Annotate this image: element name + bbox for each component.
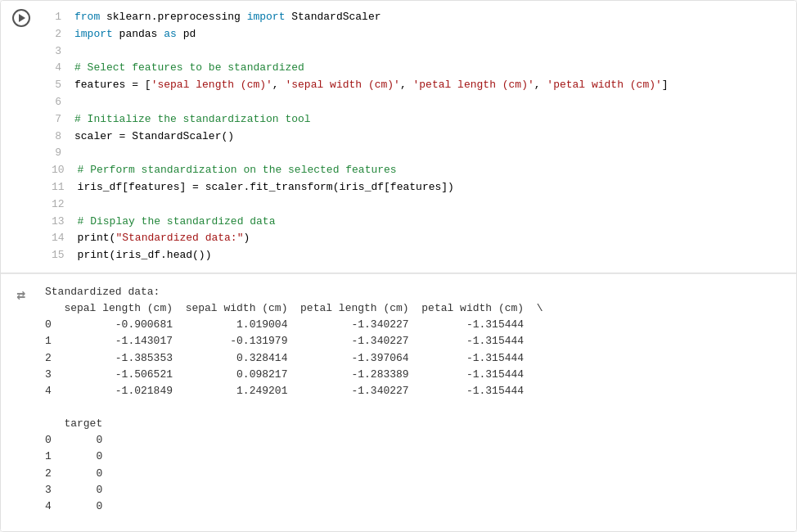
line-content: iris_df[features] = scaler.fit_transform… [78, 179, 454, 196]
code-line: 4 # Select features to be standardized [52, 60, 786, 77]
output-gutter: ⇄ [1, 274, 42, 531]
cell-gutter [1, 1, 42, 273]
line-number: 15 [52, 247, 78, 264]
line-content: # Perform standardization on the selecte… [78, 162, 397, 179]
line-number: 8 [52, 128, 74, 146]
code-line: 12 [52, 196, 786, 214]
run-button[interactable] [12, 9, 30, 27]
line-content [74, 43, 81, 61]
line-number: 11 [52, 179, 78, 196]
line-content [78, 196, 84, 214]
code-line: 14 print("Standardized data:") [52, 230, 786, 247]
code-line: 2 import pandas as pd [52, 26, 786, 43]
line-number: 6 [52, 94, 74, 111]
code-line: 5 features = ['sepal length (cm)', 'sepa… [52, 77, 786, 94]
line-content [74, 145, 81, 162]
line-content: # Display the standardized data [78, 214, 276, 231]
line-number: 14 [52, 230, 78, 247]
code-line: 7 # Initialize the standardization tool [52, 111, 786, 128]
code-line: 6 [52, 94, 786, 111]
line-content: features = ['sepal length (cm)', 'sepal … [74, 77, 669, 94]
line-number: 3 [52, 43, 74, 61]
line-number: 2 [52, 26, 74, 43]
output-content: Standardized data: sepal length (cm) sep… [42, 274, 796, 531]
notebook-container: 1 from sklearn.preprocessing import Stan… [0, 0, 797, 532]
code-line: 1 from sklearn.preprocessing import Stan… [52, 9, 786, 26]
code-line: 11 iris_df[features] = scaler.fit_transf… [52, 179, 786, 196]
line-content: import pandas as pd [74, 26, 196, 43]
line-content: scaler = StandardScaler() [74, 128, 234, 146]
line-number: 10 [52, 162, 78, 179]
line-number: 9 [52, 145, 74, 162]
code-line: 9 [52, 145, 786, 162]
code-line: 15 print(iris_df.head()) [52, 247, 786, 264]
line-number: 13 [52, 214, 78, 231]
code-line: 13 # Display the standardized data [52, 214, 786, 231]
line-content: # Select features to be standardized [74, 60, 304, 77]
line-number: 1 [52, 9, 74, 26]
line-number: 5 [52, 77, 74, 94]
line-number: 4 [52, 60, 74, 77]
line-content: from sklearn.preprocessing import Standa… [74, 9, 381, 26]
output-cell: ⇄ Standardized data: sepal length (cm) s… [1, 274, 796, 531]
code-area[interactable]: 1 from sklearn.preprocessing import Stan… [42, 1, 796, 273]
line-number: 12 [52, 196, 78, 214]
code-line: 3 [52, 43, 786, 61]
line-number: 7 [52, 111, 74, 128]
code-line: 10 # Perform standardization on the sele… [52, 162, 786, 179]
line-content: # Initialize the standardization tool [74, 111, 311, 128]
code-line: 8 scaler = StandardScaler() [52, 128, 786, 146]
code-cell: 1 from sklearn.preprocessing import Stan… [1, 1, 796, 273]
output-icon: ⇄ [17, 286, 26, 304]
line-content: print(iris_df.head()) [78, 247, 212, 264]
line-content: print("Standardized data:") [78, 230, 250, 247]
line-content [74, 94, 81, 111]
